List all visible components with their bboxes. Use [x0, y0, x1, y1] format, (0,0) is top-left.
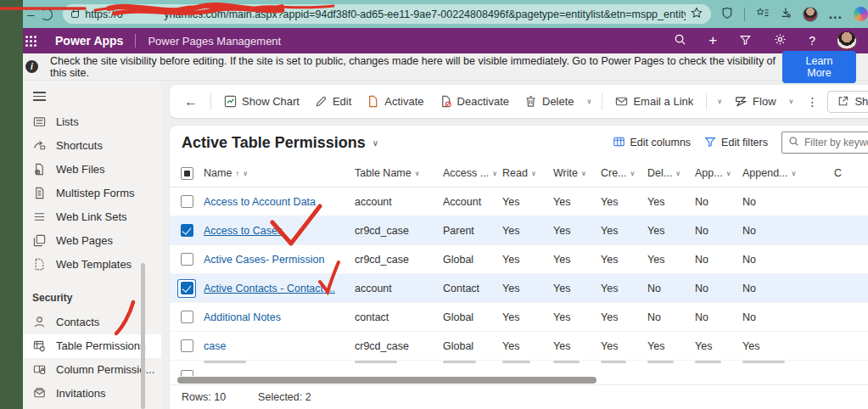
table-row[interactable]: case cr9cd_case Global Yes Yes Yes Yes Y…	[170, 332, 868, 361]
table-row[interactable]: Additional Notes contact Global Yes Yes …	[170, 303, 868, 332]
row-checkbox[interactable]	[178, 338, 195, 355]
flow-dropdown-chevron-icon[interactable]: ∨	[786, 98, 798, 105]
search-icon[interactable]	[674, 33, 686, 48]
delete-button[interactable]: Delete	[518, 92, 580, 111]
sidebar-item-label: Web Templates	[56, 258, 132, 271]
settings-gear-icon[interactable]	[774, 33, 787, 48]
column-header-append-to[interactable]: Append...∨	[742, 167, 834, 179]
column-header-create[interactable]: Cre...∨	[601, 167, 647, 179]
app-header-actions: + ?	[674, 31, 868, 50]
sidebar-item-shortcuts[interactable]: Shortcuts	[23, 134, 161, 158]
sidebar-item-label: Column Permissio...	[56, 363, 154, 376]
help-icon[interactable]: ?	[809, 34, 815, 48]
filter-icon[interactable]	[739, 34, 752, 48]
column-header-read[interactable]: Read∨	[502, 167, 553, 179]
selected-count: Selected: 2	[258, 391, 311, 403]
waffle-icon[interactable]	[25, 36, 36, 47]
web-templates-icon	[32, 258, 46, 272]
sidebar-item-web-pages[interactable]: Web Pages	[23, 229, 161, 253]
row-create: Yes	[601, 196, 647, 208]
email-a-link-button[interactable]: Email a Link	[609, 92, 699, 111]
column-header-append[interactable]: App...∨	[695, 167, 742, 179]
chart-icon	[224, 95, 237, 108]
row-access-type: Global	[443, 311, 502, 323]
favorites-bar-icon[interactable]	[756, 7, 769, 22]
email-dropdown-chevron-icon[interactable]: ∨	[714, 98, 725, 105]
sidebar-item-web-files[interactable]: Web Files	[23, 158, 161, 182]
column-header-c[interactable]: C	[834, 167, 868, 179]
flow-button[interactable]: Flow	[729, 92, 781, 111]
column-header-delete[interactable]: Del...∨	[647, 167, 695, 179]
table-row[interactable]: Active Cases- Permission cr9cd_case Glob…	[170, 245, 868, 274]
row-access-type: Global	[443, 340, 502, 352]
edit-button[interactable]: Edit	[309, 92, 357, 111]
copilot-icon[interactable]	[854, 7, 868, 21]
back-button[interactable]: ←	[178, 91, 204, 113]
sidebar-item-web-link-sets[interactable]: Web Link Sets	[23, 205, 161, 229]
downloads-icon[interactable]	[780, 6, 792, 22]
info-icon: i	[25, 60, 38, 73]
table-row[interactable]: Active Contacts - Contact ... account Co…	[170, 274, 868, 303]
row-checkbox[interactable]	[178, 251, 195, 268]
row-checkbox[interactable]	[178, 222, 195, 239]
web-files-icon	[32, 163, 46, 176]
sidebar-item-label: Web Pages	[56, 234, 113, 247]
table-row[interactable]: Access to Cases cr9cd_case Parent Yes Ye…	[170, 216, 868, 245]
url-text[interactable]: https://o ynamics.com/main.aspx?appid=94…	[85, 8, 685, 20]
column-header-table-name[interactable]: Table Name∨	[355, 167, 443, 179]
browser-menu-icon[interactable]: ...	[829, 7, 843, 22]
table-row[interactable]: Access to Account Data account Account Y…	[170, 188, 868, 216]
activate-button[interactable]: Activate	[361, 92, 429, 111]
lock-icon	[71, 11, 79, 18]
filter-by-keyword-box[interactable]	[781, 132, 868, 154]
edit-filters-button[interactable]: Edit filters	[704, 136, 768, 150]
web-link-sets-icon	[32, 210, 46, 224]
column-header-name[interactable]: Name↑∨	[204, 167, 355, 179]
horizontal-scrollbar-thumb[interactable]	[177, 377, 596, 384]
view-title[interactable]: Active Table Permissions	[182, 134, 366, 152]
sidebar-item-lists[interactable]: Lists	[23, 110, 161, 134]
sidebar-scrollbar[interactable]	[141, 263, 145, 409]
browser-essentials-icon[interactable]	[721, 7, 733, 22]
filter-keyword-input[interactable]	[804, 137, 868, 148]
favorite-star-icon[interactable]	[691, 7, 703, 22]
column-header-access[interactable]: Access ...∨	[443, 167, 502, 179]
refresh-icon[interactable]	[41, 8, 53, 20]
share-button[interactable]: Share ∨	[827, 91, 868, 113]
sidebar-item-multistep-forms[interactable]: Multistep Forms	[23, 182, 161, 205]
app-section-title[interactable]: Power Pages Management	[148, 35, 281, 48]
deactivate-button[interactable]: Deactivate	[434, 92, 515, 111]
column-header-write[interactable]: Write∨	[553, 167, 601, 179]
row-create: Yes	[601, 225, 647, 237]
edit-columns-button[interactable]: Edit columns	[613, 136, 692, 150]
table-body: Access to Account Data account Account Y…	[170, 188, 868, 376]
account-avatar[interactable]	[837, 31, 856, 50]
desktop-edge-strip	[0, 0, 23, 409]
notification-text: Check the site visibility before editing…	[50, 55, 782, 79]
view-selector-chevron-icon[interactable]: ∨	[372, 138, 378, 148]
row-checkbox[interactable]	[178, 193, 195, 210]
select-all-checkbox[interactable]	[178, 165, 195, 182]
row-checkbox[interactable]	[178, 367, 195, 376]
app-title[interactable]: Power Apps	[55, 34, 123, 48]
sidebar-item-label: Shortcuts	[56, 139, 103, 152]
row-read: Yes	[502, 311, 553, 323]
horizontal-scrollbar[interactable]	[173, 376, 868, 384]
more-commands-icon[interactable]: ⋮	[800, 95, 824, 109]
add-icon[interactable]: +	[708, 32, 717, 49]
sitemap-collapse-icon[interactable]	[23, 84, 161, 110]
row-checkbox[interactable]	[178, 309, 195, 326]
browser-profile-avatar[interactable]	[803, 7, 818, 22]
browser-back-icon[interactable]: –	[27, 7, 34, 21]
address-bar[interactable]: https://o ynamics.com/main.aspx?appid=94…	[63, 4, 710, 24]
learn-more-button[interactable]: Learn More	[782, 51, 856, 83]
show-chart-button[interactable]: Show Chart	[218, 92, 305, 111]
view-header: Active Table Permissions ∨ Edit columns …	[170, 126, 868, 160]
row-table-name: cr9cd_case	[355, 225, 443, 237]
table-row[interactable]	[170, 361, 868, 376]
shortcuts-icon	[32, 139, 46, 153]
sidebar-item-label: Web Link Sets	[56, 210, 127, 223]
row-checkbox[interactable]	[178, 280, 195, 297]
delete-dropdown-chevron-icon[interactable]: ∨	[584, 98, 596, 105]
row-name-link: Access to Account Data	[204, 196, 355, 208]
